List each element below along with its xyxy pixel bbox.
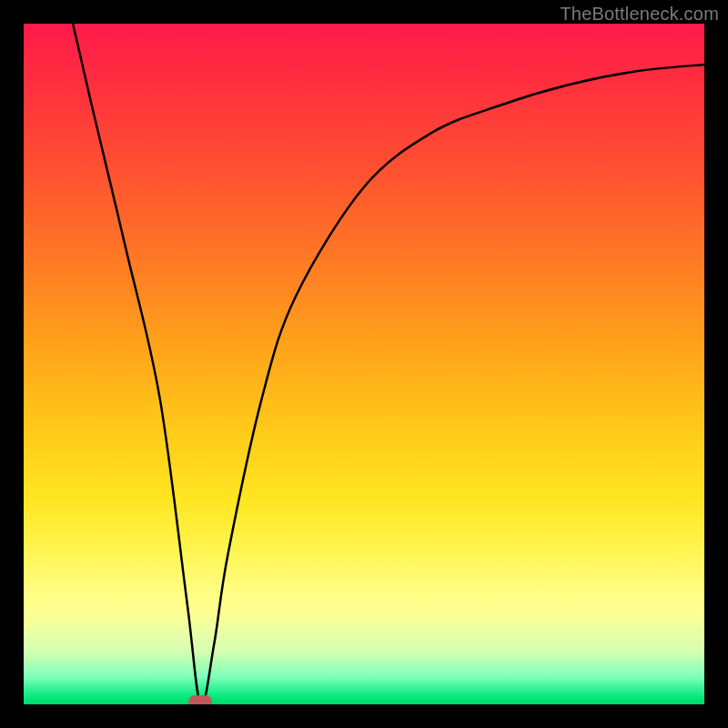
plot-area [24,24,704,704]
minimum-marker [188,695,212,704]
curve-svg [24,24,704,704]
bottleneck-curve-path [71,24,704,704]
chart-frame: TheBottleneck.com [0,0,728,728]
watermark-text: TheBottleneck.com [560,4,719,25]
